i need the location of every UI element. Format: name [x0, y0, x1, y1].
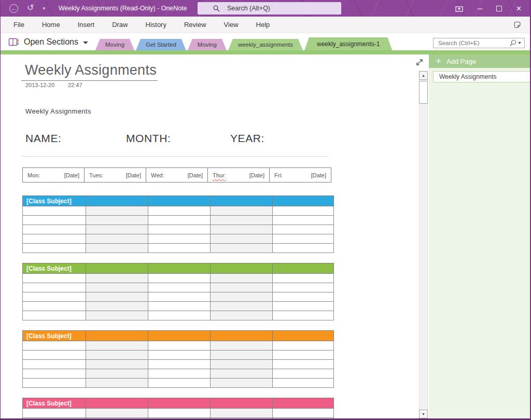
- table-cell[interactable]: [211, 418, 273, 419]
- header-cell[interactable]: [273, 196, 334, 206]
- class-subject-header-cell[interactable]: [Class Subject]: [23, 398, 86, 409]
- table-cell[interactable]: [211, 234, 273, 244]
- table-cell[interactable]: [148, 341, 211, 351]
- table-cell[interactable]: [23, 409, 86, 418]
- table-cell[interactable]: [211, 379, 273, 388]
- header-cell[interactable]: [211, 331, 273, 341]
- table-cell[interactable]: [273, 351, 334, 360]
- table-cell[interactable]: [148, 274, 211, 283]
- header-cell[interactable]: [273, 398, 334, 409]
- table-cell[interactable]: [86, 369, 148, 379]
- table-cell[interactable]: [23, 418, 86, 419]
- table-cell[interactable]: [23, 341, 86, 351]
- table-cell[interactable]: [211, 274, 273, 283]
- header-cell[interactable]: [86, 196, 148, 206]
- table-cell[interactable]: [211, 351, 273, 360]
- table-cell[interactable]: [148, 351, 211, 360]
- table-cell[interactable]: [273, 244, 334, 253]
- ribbon-display-options-icon[interactable]: [455, 5, 464, 12]
- table-cell[interactable]: [273, 369, 334, 379]
- table-cell[interactable]: [211, 369, 273, 379]
- table-cell[interactable]: [211, 244, 273, 253]
- table-cell[interactable]: [86, 341, 148, 351]
- table-cell[interactable]: [211, 206, 273, 216]
- menu-history[interactable]: History: [137, 17, 175, 33]
- header-cell[interactable]: [273, 263, 334, 274]
- table-cell[interactable]: [148, 311, 211, 320]
- table-cell[interactable]: [86, 206, 148, 216]
- header-cell[interactable]: [148, 196, 211, 206]
- table-cell[interactable]: [86, 234, 148, 244]
- menu-file[interactable]: File: [5, 17, 33, 33]
- table-cell[interactable]: [148, 418, 211, 419]
- table-cell[interactable]: [211, 283, 273, 292]
- header-cell[interactable]: [86, 331, 148, 341]
- class-subject-header-cell[interactable]: [Class Subject]: [23, 331, 86, 341]
- table-cell[interactable]: [273, 302, 334, 311]
- menu-home[interactable]: Home: [33, 17, 69, 33]
- table-cell[interactable]: [211, 341, 273, 351]
- header-cell[interactable]: [148, 263, 211, 274]
- table-cell[interactable]: [23, 360, 86, 369]
- table-cell[interactable]: [273, 292, 334, 302]
- page-title[interactable]: Weekly Assignments: [25, 62, 157, 78]
- close-icon[interactable]: ✕: [516, 5, 522, 12]
- table-cell[interactable]: [211, 302, 273, 311]
- table-cell[interactable]: [211, 216, 273, 225]
- undo-icon[interactable]: ↺: [27, 4, 34, 12]
- open-sections-dropdown[interactable]: Open Sections: [1, 37, 95, 50]
- table-cell[interactable]: [273, 283, 334, 292]
- customize-quick-access-toolbar-icon[interactable]: ▾: [43, 6, 45, 11]
- table-cell[interactable]: [211, 225, 273, 234]
- section-tab-moving[interactable]: Moving: [95, 39, 134, 50]
- table-cell[interactable]: [86, 418, 148, 419]
- table-cell[interactable]: [273, 225, 334, 234]
- table-cell[interactable]: [23, 234, 86, 244]
- table-cell[interactable]: [23, 283, 86, 292]
- class-subject-header-cell[interactable]: [Class Subject]: [23, 263, 86, 274]
- body-text[interactable]: Weekly Assignments: [25, 107, 91, 115]
- table-cell[interactable]: [86, 225, 148, 234]
- day-cell-fri[interactable]: Fri:[Date]: [269, 168, 331, 182]
- maximize-icon[interactable]: [496, 6, 502, 11]
- table-cell[interactable]: [273, 216, 334, 225]
- scrollbar-track[interactable]: ▲ ▼: [419, 71, 428, 418]
- table-cell[interactable]: [148, 216, 211, 225]
- header-cell[interactable]: [273, 331, 334, 341]
- expand-page-diagonal-icon[interactable]: [415, 58, 424, 67]
- table-cell[interactable]: [23, 244, 86, 253]
- table-cell[interactable]: [148, 206, 211, 216]
- table-cell[interactable]: [86, 274, 148, 283]
- table-cell[interactable]: [148, 409, 211, 418]
- table-cell[interactable]: [273, 360, 334, 369]
- table-cell[interactable]: [23, 274, 86, 283]
- table-cell[interactable]: [86, 216, 148, 225]
- day-cell-wed[interactable]: Wed:[Date]: [146, 168, 207, 182]
- table-cell[interactable]: [148, 360, 211, 369]
- year-field-label[interactable]: YEAR:: [230, 132, 264, 145]
- table-cell[interactable]: [23, 292, 86, 302]
- table-cell[interactable]: [148, 244, 211, 253]
- page-canvas[interactable]: Weekly Assignments 2013-12-20 22:47 Week…: [1, 54, 418, 418]
- section-tab-weekly_assignments[interactable]: weekly_assignments: [228, 39, 303, 50]
- table-cell[interactable]: [273, 379, 334, 388]
- table-cell[interactable]: [86, 409, 148, 418]
- header-cell[interactable]: [148, 398, 211, 409]
- header-cell[interactable]: [86, 398, 148, 409]
- header-cell[interactable]: [148, 331, 211, 341]
- header-cell[interactable]: [86, 263, 148, 274]
- table-cell[interactable]: [23, 351, 86, 360]
- table-cell[interactable]: [211, 311, 273, 320]
- table-cell[interactable]: [86, 311, 148, 320]
- header-cell[interactable]: [211, 263, 273, 274]
- table-cell[interactable]: [273, 418, 334, 419]
- header-cell[interactable]: [211, 196, 273, 206]
- menu-help[interactable]: Help: [247, 17, 279, 33]
- menu-insert[interactable]: Insert: [69, 17, 104, 33]
- table-cell[interactable]: [23, 379, 86, 388]
- search-scope-caret-icon[interactable]: [518, 42, 521, 44]
- section-tab-weekly_assignments-1[interactable]: weekly_assignments-1: [304, 37, 392, 50]
- table-cell[interactable]: [148, 369, 211, 379]
- section-tab-get-started[interactable]: Get Started: [136, 39, 186, 50]
- menu-view[interactable]: View: [215, 17, 247, 33]
